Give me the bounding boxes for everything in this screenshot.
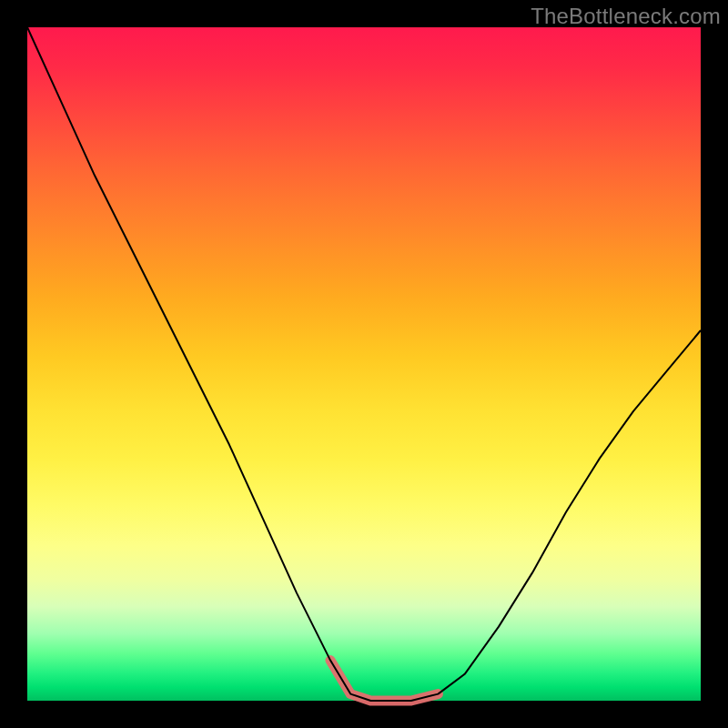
- highlighted-flat-region: [330, 661, 438, 701]
- chart-frame: TheBottleneck.com: [0, 0, 728, 728]
- bottleneck-curve: [27, 27, 701, 701]
- chart-svg: [27, 27, 701, 701]
- watermark-text: TheBottleneck.com: [531, 4, 721, 29]
- plot-area: [27, 27, 701, 701]
